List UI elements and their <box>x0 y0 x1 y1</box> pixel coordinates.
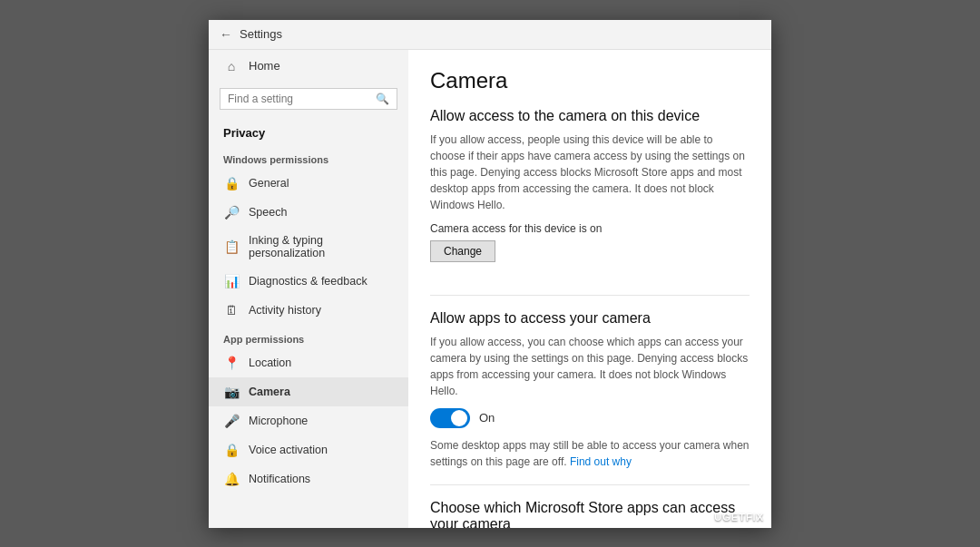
divider-2 <box>430 484 750 485</box>
speech-icon: 🔎 <box>223 205 240 220</box>
camera-status-text: Camera access for this device is on <box>430 222 750 235</box>
sidebar-item-location[interactable]: 📍 Location <box>209 348 408 377</box>
window-title: Settings <box>240 27 282 41</box>
title-bar: ← Settings <box>209 20 771 50</box>
windows-permissions-label: Windows permissions <box>209 145 408 169</box>
sidebar-item-inking[interactable]: 📋 Inking & typing personalization <box>209 227 408 267</box>
section2-desc: If you allow access, you can choose whic… <box>430 334 750 399</box>
diagnostics-icon: 📊 <box>223 274 240 288</box>
search-icon: 🔍 <box>376 93 389 105</box>
section1-desc: If you allow access, people using this d… <box>430 132 750 213</box>
sidebar-item-activity[interactable]: 🗓 Activity history <box>209 296 408 325</box>
sidebar-item-camera-label: Camera <box>249 386 290 398</box>
sidebar: ⌂ Home 🔍 Privacy Windows permissions 🔒 G… <box>209 50 408 528</box>
divider-1 <box>430 295 750 296</box>
apps-toggle-row: On <box>430 408 750 428</box>
camera-icon: 📷 <box>223 385 240 399</box>
section3-title: Choose which Microsoft Store apps can ac… <box>430 500 750 528</box>
notifications-icon: 🔔 <box>223 472 240 486</box>
page-title: Camera <box>430 68 750 93</box>
sidebar-item-location-label: Location <box>249 357 291 369</box>
sidebar-item-diagnostics[interactable]: 📊 Diagnostics & feedback <box>209 267 408 296</box>
apps-camera-toggle[interactable] <box>430 408 470 428</box>
microphone-icon: 🎤 <box>223 414 240 428</box>
sidebar-item-notifications[interactable]: 🔔 Notifications <box>209 464 408 493</box>
app-permissions-label: App permissions <box>209 325 408 348</box>
sidebar-item-microphone[interactable]: 🎤 Microphone <box>209 406 408 435</box>
change-button[interactable]: Change <box>430 240 495 262</box>
sidebar-item-general[interactable]: 🔒 General <box>209 169 408 198</box>
main-content: Camera Allow access to the camera on thi… <box>408 50 771 528</box>
sidebar-item-general-label: General <box>249 177 289 190</box>
sidebar-item-speech[interactable]: 🔎 Speech <box>209 198 408 227</box>
watermark: UGETFIX <box>714 512 764 523</box>
sidebar-item-microphone-label: Microphone <box>249 415 308 427</box>
sidebar-item-inking-label: Inking & typing personalization <box>249 234 394 259</box>
sidebar-item-diagnostics-label: Diagnostics & feedback <box>249 275 368 288</box>
home-icon: ⌂ <box>223 59 240 73</box>
lock-icon: 🔒 <box>223 176 240 190</box>
note-text: Some desktop apps may still be able to a… <box>430 437 750 470</box>
sidebar-item-notifications-label: Notifications <box>249 473 310 485</box>
location-icon: 📍 <box>223 356 240 370</box>
sidebar-item-camera[interactable]: 📷 Camera <box>209 377 408 406</box>
section1-title: Allow access to the camera on this devic… <box>430 108 750 124</box>
home-label: Home <box>249 59 280 73</box>
active-section-label: Privacy <box>209 121 408 145</box>
inking-icon: 📋 <box>223 239 240 254</box>
back-button[interactable]: ← <box>220 27 232 42</box>
search-input[interactable] <box>228 93 376 105</box>
activity-icon: 🗓 <box>223 303 240 317</box>
sidebar-item-activity-label: Activity history <box>249 304 321 317</box>
sidebar-item-voice-label: Voice activation <box>249 444 328 456</box>
sidebar-item-speech-label: Speech <box>249 206 287 219</box>
apps-toggle-label: On <box>479 411 495 425</box>
search-box[interactable]: 🔍 <box>220 88 397 110</box>
sidebar-item-voice[interactable]: 🔒 Voice activation <box>209 435 408 464</box>
section2-title: Allow apps to access your camera <box>430 310 750 327</box>
sidebar-item-home[interactable]: ⌂ Home <box>209 50 408 83</box>
find-out-why-link[interactable]: Find out why <box>570 455 632 468</box>
toggle-knob <box>451 410 467 426</box>
voice-icon: 🔒 <box>223 443 240 457</box>
